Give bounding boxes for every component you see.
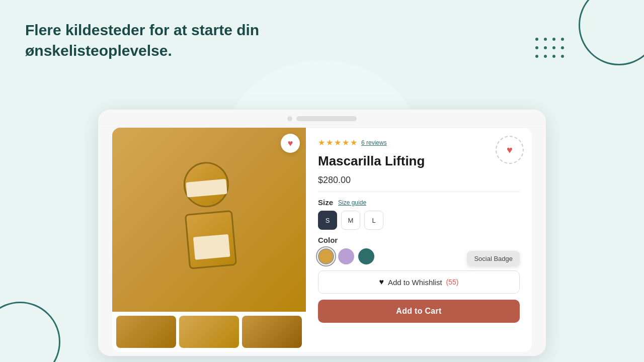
size-btn-m[interactable]: M xyxy=(341,211,360,230)
bg-circle-top-right xyxy=(579,0,644,65)
product-title: Mascarilla Lifting xyxy=(318,153,520,169)
size-label: Size xyxy=(318,198,333,207)
main-image: ♥ xyxy=(112,128,306,312)
color-section: Color Social Badge xyxy=(318,236,520,264)
product-images: ♥ xyxy=(112,128,306,352)
color-btn-gold[interactable] xyxy=(318,248,334,264)
candle-body-label xyxy=(193,234,230,260)
product-illustration xyxy=(112,128,306,312)
candle-top xyxy=(182,160,231,210)
star-1: ★ xyxy=(318,138,325,147)
add-to-wishlist-button[interactable]: ♥ Add to Whishlist (55) xyxy=(318,270,520,294)
star-2: ★ xyxy=(326,138,333,147)
color-label: Color xyxy=(318,236,520,244)
bg-dots xyxy=(535,38,566,60)
stars: ★ ★ ★ ★ ★ xyxy=(318,138,357,147)
star-3: ★ xyxy=(334,138,341,147)
topbar-dot xyxy=(287,116,292,121)
color-btn-teal[interactable] xyxy=(358,248,374,264)
headline: Flere kildesteder for at starte din ønsk… xyxy=(25,20,259,61)
heart-filled-icon: ♥ xyxy=(288,138,293,149)
reviews-link[interactable]: 6 reviews xyxy=(361,139,387,146)
product-price: $280.00 xyxy=(318,175,520,192)
thumbnail-1[interactable] xyxy=(116,316,176,348)
main-image-bg xyxy=(112,128,306,312)
star-5: ★ xyxy=(350,138,357,147)
size-section: Size Size guide S M L xyxy=(318,198,520,230)
social-badge: Social Badge xyxy=(467,251,520,266)
star-4: ★ xyxy=(342,138,349,147)
wishlist-btn-heart-icon: ♥ xyxy=(379,278,384,287)
wishlist-btn-label: Add to Whishlist xyxy=(388,278,442,287)
thumbnail-3[interactable] xyxy=(242,316,302,348)
candle-body xyxy=(185,210,237,269)
bg-circle-bottom-left xyxy=(0,302,60,362)
add-to-cart-button[interactable]: Add to Cart xyxy=(318,300,520,323)
thumbnail-2[interactable] xyxy=(179,316,239,348)
dashed-circle-heart-icon: ♥ xyxy=(507,144,513,156)
image-wishlist-button[interactable]: ♥ xyxy=(281,134,300,153)
candle-label-band xyxy=(186,179,227,198)
product-card: ♥ ♥ ★ ★ ★ ★ ★ xyxy=(112,128,532,352)
size-options: S M L xyxy=(318,211,520,230)
size-header: Size Size guide xyxy=(318,198,520,207)
device-frame: ♥ ♥ ★ ★ ★ ★ ★ xyxy=(98,110,546,356)
size-btn-s[interactable]: S xyxy=(318,211,337,230)
size-btn-l[interactable]: L xyxy=(364,211,383,230)
thumbnail-row xyxy=(112,312,306,352)
topbar-bar xyxy=(296,116,357,121)
dashed-wishlist-circle[interactable]: ♥ xyxy=(496,136,524,164)
product-details: ♥ ★ ★ ★ ★ ★ 6 reviews Mascarilla Lifting… xyxy=(306,128,532,352)
color-btn-lavender[interactable] xyxy=(338,248,354,264)
device-topbar xyxy=(98,110,546,128)
candle-stack xyxy=(180,160,237,269)
size-guide-link[interactable]: Size guide xyxy=(338,199,366,206)
wishlist-count: (55) xyxy=(446,278,459,286)
rating-row: ★ ★ ★ ★ ★ 6 reviews xyxy=(318,138,520,147)
